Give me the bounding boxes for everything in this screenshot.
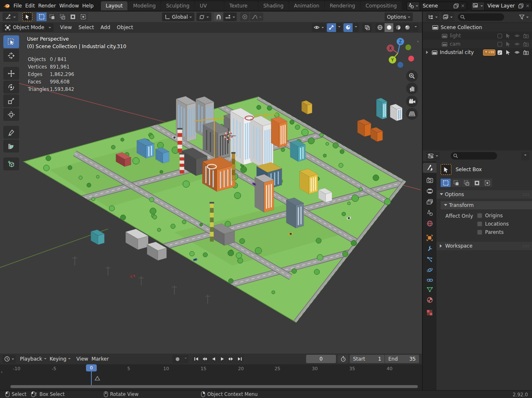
properties-search-field[interactable]	[451, 152, 497, 160]
gizmos-toggle[interactable]	[327, 23, 336, 32]
outliner-display-mode-button[interactable]	[441, 12, 454, 21]
outliner-filter-button[interactable]	[518, 12, 530, 21]
properties-options-dropdown[interactable]	[521, 152, 530, 160]
editor-type-button[interactable]	[2, 12, 18, 21]
viewport-menu-select[interactable]: Select	[75, 25, 97, 30]
view-layer-selector-icon-button[interactable]	[471, 2, 484, 10]
outliner-row-light[interactable]: light	[423, 32, 532, 40]
tab-tool[interactable]	[423, 163, 436, 173]
expand-arrow-icon[interactable]	[426, 51, 430, 54]
jump-to-end-button[interactable]	[235, 355, 244, 363]
blender-logo-icon[interactable]	[3, 2, 10, 10]
hide-eye-icon[interactable]	[514, 42, 520, 46]
tab-constraints[interactable]	[423, 275, 436, 285]
tab-physics[interactable]	[423, 265, 436, 275]
exclude-checkbox[interactable]	[498, 42, 502, 47]
tab-view-layer[interactable]	[423, 197, 436, 207]
play-reverse-button[interactable]	[209, 355, 218, 363]
object-visibility-dropdown[interactable]	[312, 23, 326, 32]
shading-wireframe-button[interactable]	[375, 23, 384, 32]
playhead-line[interactable]	[91, 371, 92, 387]
selectable-icon[interactable]	[506, 42, 510, 47]
select-mode-invert[interactable]	[472, 179, 482, 187]
hide-eye-icon[interactable]	[514, 34, 520, 38]
scene-name-field[interactable]: Scene ✕	[419, 2, 467, 10]
workspace-tab-sculpting[interactable]: Sculpting	[161, 1, 194, 10]
menu-help[interactable]: Help	[81, 3, 95, 9]
shading-rendered-button[interactable]	[403, 23, 412, 32]
origins-checkbox[interactable]	[477, 213, 482, 218]
workspace-tab-modeling[interactable]: Modeling	[128, 1, 161, 10]
remove-view-layer-icon[interactable]: ✕	[524, 3, 532, 9]
frame-end-field[interactable]: End 35	[385, 355, 419, 363]
orthographic-toggle-button[interactable]	[406, 108, 418, 120]
frame-start-field[interactable]: Start 1	[350, 355, 385, 363]
menu-window[interactable]: Window	[58, 3, 81, 9]
render-visibility-icon[interactable]	[523, 34, 529, 38]
workspace-tab-shading[interactable]: Shading	[258, 1, 289, 10]
zoom-button[interactable]	[406, 70, 418, 82]
auto-keying-toggle[interactable]	[172, 355, 182, 364]
overlays-dropdown[interactable]	[353, 23, 359, 32]
pan-button[interactable]	[406, 83, 418, 94]
xray-toggle[interactable]	[363, 23, 372, 32]
timeline-ruler-area[interactable]: -10 -5 5 10 15 20 25 30 35 40 0 ›	[0, 364, 422, 390]
proportional-falloff-dropdown[interactable]	[250, 12, 263, 21]
overlays-toggle[interactable]	[343, 23, 353, 32]
select-mode-set[interactable]	[441, 179, 451, 187]
select-mode-set[interactable]	[37, 12, 47, 21]
pivot-point-dropdown[interactable]	[196, 12, 211, 21]
timeline-menu-view[interactable]: View	[75, 356, 90, 362]
tool-measure[interactable]	[3, 140, 19, 152]
tab-output[interactable]	[423, 186, 436, 196]
region-collapse-icon[interactable]: ‹	[417, 39, 419, 44]
auto-keying-dropdown[interactable]	[183, 355, 189, 364]
viewport-3d[interactable]: User Perspective (0) Scene Collection | …	[0, 33, 422, 354]
panel-grip-icon[interactable]: ::::	[523, 244, 530, 248]
workspace-tab-texture-paint[interactable]: Texture Paint	[224, 1, 258, 10]
camera-view-button[interactable]	[406, 96, 418, 107]
tool-rotate[interactable]	[3, 81, 19, 93]
viewport-menu-view[interactable]: View	[57, 25, 75, 30]
hide-eye-icon[interactable]	[514, 50, 520, 54]
tab-world[interactable]	[423, 219, 436, 228]
workspace-tab-uv-editing[interactable]: UV Editing	[195, 1, 224, 10]
outliner-row-industrial-city[interactable]: Industrial city +99 ✓	[423, 48, 532, 57]
shading-material-button[interactable]	[394, 23, 402, 32]
next-keyframe-button[interactable]	[227, 355, 235, 363]
snap-settings-dropdown[interactable]	[223, 12, 237, 21]
new-scene-icon[interactable]	[454, 3, 459, 9]
selectable-icon[interactable]	[506, 50, 510, 55]
tab-object[interactable]	[423, 233, 436, 243]
tool-options-dropdown[interactable]: Options	[385, 12, 413, 21]
tool-transform[interactable]	[3, 108, 19, 121]
transform-orientation-dropdown[interactable]: Global	[162, 12, 194, 21]
locations-checkbox[interactable]	[477, 221, 482, 226]
outliner-row-cam[interactable]: cam	[423, 40, 532, 48]
exclude-checkbox[interactable]: ✓	[498, 50, 502, 55]
outliner-search-field[interactable]	[458, 13, 504, 21]
tool-scale[interactable]	[3, 94, 19, 107]
shading-dropdown[interactable]	[412, 23, 419, 32]
prev-keyframe-button[interactable]	[201, 355, 209, 363]
timeline-menu-marker[interactable]: Marker	[90, 356, 110, 362]
tool-cursor[interactable]	[3, 49, 19, 62]
timeline-editor-type-button[interactable]	[2, 355, 16, 364]
menu-file[interactable]: File	[12, 3, 24, 9]
selectable-icon[interactable]	[506, 33, 510, 38]
options-panel-header[interactable]: Options ::::	[436, 190, 532, 199]
select-mode-intersect[interactable]	[482, 179, 492, 187]
select-mode-subtract[interactable]	[461, 179, 471, 187]
timeline-menu-playback[interactable]: Playback	[18, 356, 48, 362]
workspace-tab-layout[interactable]: Layout	[101, 1, 128, 10]
select-mode-intersect[interactable]	[78, 12, 88, 21]
shading-solid-button[interactable]	[385, 23, 393, 32]
active-tool-preview[interactable]	[441, 164, 451, 175]
parents-checkbox[interactable]	[477, 230, 482, 235]
render-visibility-icon[interactable]	[523, 42, 529, 47]
select-mode-extend[interactable]	[47, 12, 57, 21]
use-preview-range-toggle[interactable]	[338, 355, 348, 363]
panel-grip-icon[interactable]: ::::	[523, 192, 530, 197]
gizmos-dropdown[interactable]	[336, 23, 342, 32]
play-button[interactable]	[218, 355, 226, 363]
